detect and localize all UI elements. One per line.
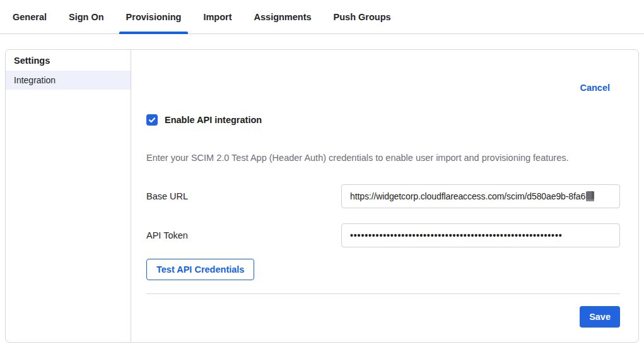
test-api-credentials-button[interactable]: Test API Credentials xyxy=(146,259,254,280)
save-button[interactable]: Save xyxy=(580,306,620,328)
tab-push-groups[interactable]: Push Groups xyxy=(327,0,398,33)
settings-sidebar: Settings Integration xyxy=(6,50,131,342)
credentials-description: Enter your SCIM 2.0 Test App (Header Aut… xyxy=(146,152,620,163)
sidebar-item-integration[interactable]: Integration xyxy=(6,71,131,90)
save-row: Save xyxy=(146,306,620,328)
base-url-input[interactable]: https://widgetcorp.cloudflareaccess.com/… xyxy=(341,184,620,208)
base-url-value: https://widgetcorp.cloudflareaccess.com/… xyxy=(350,191,585,201)
checkmark-icon xyxy=(148,116,156,124)
tab-import[interactable]: Import xyxy=(196,0,238,33)
base-url-label: Base URL xyxy=(146,191,341,201)
api-token-input[interactable]: ••••••••••••••••••••••••••••••••••••••••… xyxy=(341,223,620,247)
api-token-label: API Token xyxy=(146,230,341,240)
test-credentials-row: Test API Credentials xyxy=(146,259,620,280)
main-panel: Settings Integration Cancel Enable API i… xyxy=(5,49,639,343)
enable-api-label: Enable API integration xyxy=(165,115,262,125)
cancel-row: Cancel xyxy=(146,83,620,94)
cancel-link[interactable]: Cancel xyxy=(580,83,610,94)
footer-divider xyxy=(146,293,620,294)
tab-provisioning[interactable]: Provisioning xyxy=(119,0,189,33)
tab-assignments[interactable]: Assignments xyxy=(247,0,319,33)
sidebar-header-settings: Settings xyxy=(14,56,131,66)
api-token-masked-value: ••••••••••••••••••••••••••••••••••••••••… xyxy=(350,230,562,240)
tab-general[interactable]: General xyxy=(6,0,54,33)
api-token-row: API Token ••••••••••••••••••••••••••••••… xyxy=(146,223,620,247)
integration-settings-content: Cancel Enable API integration Enter your… xyxy=(131,50,638,342)
enable-api-row: Enable API integration xyxy=(146,114,620,126)
tab-bar: General Sign On Provisioning Import Assi… xyxy=(0,0,644,34)
tab-sign-on[interactable]: Sign On xyxy=(62,0,111,33)
input-overflow-indicator xyxy=(586,191,594,201)
base-url-row: Base URL https://widgetcorp.cloudflareac… xyxy=(146,184,620,208)
enable-api-checkbox[interactable] xyxy=(146,114,158,126)
provisioning-page: General Sign On Provisioning Import Assi… xyxy=(0,0,644,349)
